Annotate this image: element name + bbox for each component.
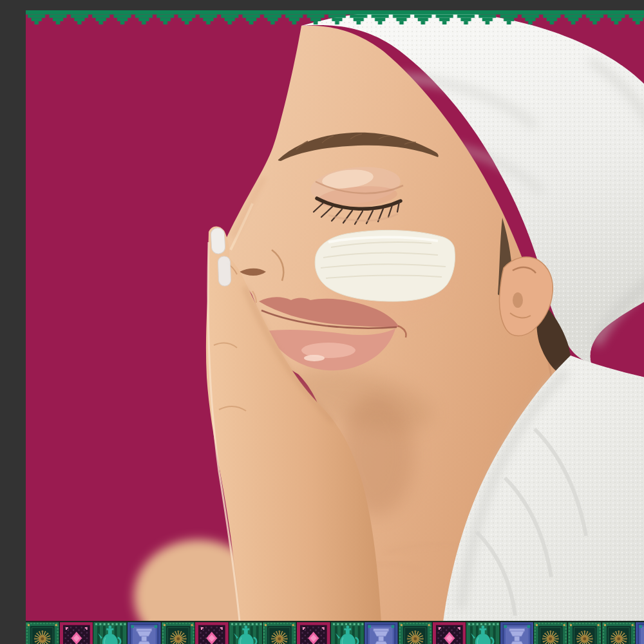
- border-tile-vase: [500, 622, 535, 644]
- border-tile-vase: [128, 622, 162, 644]
- border-tile-jug: [331, 622, 365, 644]
- border-tile-diamond: [60, 622, 94, 644]
- border-tile-jug: [229, 622, 263, 644]
- cream-swatch: [315, 230, 455, 301]
- border-tile-sunburst: [26, 622, 60, 644]
- border-tile-vase: [365, 622, 399, 644]
- top-zigzag-border: [26, 10, 644, 24]
- fingernail-top: [211, 227, 225, 254]
- border-tile-sunburst: [162, 622, 196, 644]
- border-tile-jug: [466, 622, 500, 644]
- border-tile-sunburst: [534, 622, 568, 644]
- border-tile-diamond: [297, 622, 331, 644]
- border-tile-diamond: [433, 622, 467, 644]
- border-tile-sunburst: [399, 622, 433, 644]
- photo-illustration: [26, 10, 644, 644]
- border-tile-vase: [636, 622, 644, 644]
- border-tile-sunburst: [263, 622, 297, 644]
- fingernail-lower: [218, 256, 231, 287]
- border-tile-sunburst: [568, 622, 602, 644]
- border-tile-jug: [93, 622, 128, 644]
- border-tile-diamond: [195, 622, 229, 644]
- border-tile-sunburst: [602, 622, 636, 644]
- bottom-tile-border: [26, 621, 644, 644]
- hero-photo: [26, 10, 644, 644]
